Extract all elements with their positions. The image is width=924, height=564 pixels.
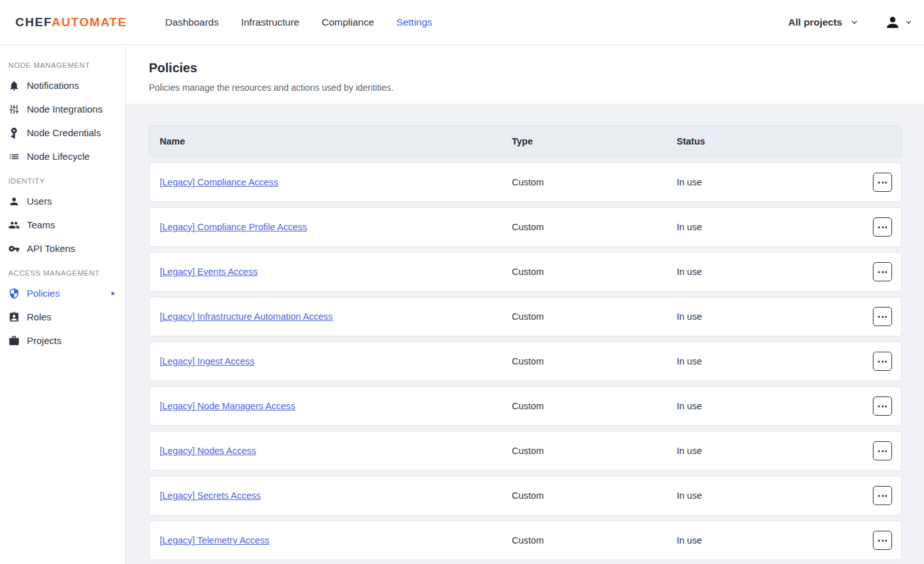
ellipsis-icon (878, 226, 880, 228)
row-menu-button[interactable] (873, 486, 892, 505)
row-menu-button[interactable] (873, 173, 892, 192)
policy-type-value: Custom (512, 222, 677, 232)
policy-type-value: Custom (512, 401, 677, 411)
ellipsis-icon (885, 495, 887, 497)
logo-chef-text: CHEF (15, 15, 52, 29)
sidebar-item-node-integrations[interactable]: Node Integrations (0, 97, 125, 121)
ellipsis-icon (882, 540, 884, 542)
chevron-down-icon (905, 19, 912, 26)
ellipsis-icon (882, 405, 884, 407)
table-row: [Legacy] Events AccessCustomIn use (149, 252, 902, 292)
column-header-status: Status (677, 136, 863, 146)
chevron-down-icon (850, 18, 859, 27)
key-vertical-icon (8, 127, 20, 139)
policy-status-value: In use (677, 356, 863, 366)
policy-type-value: Custom (512, 267, 677, 277)
policy-type-value: Custom (512, 311, 677, 322)
ellipsis-icon (885, 182, 887, 184)
row-menu-button[interactable] (873, 352, 892, 371)
ellipsis-icon (882, 495, 884, 497)
policy-name-link[interactable]: [Legacy] Nodes Access (160, 446, 256, 456)
sidebar-item-label: Users (27, 196, 52, 207)
sidebar-item-api-tokens[interactable]: API Tokens (0, 237, 125, 260)
ellipsis-icon (878, 316, 880, 318)
sidebar-item-policies[interactable]: Policies (0, 281, 125, 305)
sidebar-item-label: Node Lifecycle (27, 151, 89, 162)
policy-status-value: In use (677, 401, 863, 411)
policy-type-value: Custom (512, 356, 677, 366)
nav-link-settings[interactable]: Settings (396, 17, 432, 28)
user-menu-dropdown[interactable] (884, 14, 912, 31)
sidebar-section-title-access-management: ACCESS MANAGEMENT (0, 260, 125, 281)
column-header-name: Name (160, 136, 512, 146)
sidebar-item-label: Roles (27, 311, 51, 322)
ellipsis-icon (885, 450, 887, 452)
table-row: [Legacy] Secrets AccessCustomIn use (149, 476, 902, 515)
row-menu-button[interactable] (873, 531, 892, 550)
chef-automate-logo[interactable]: CHEFAUTOMATE (15, 15, 127, 29)
ellipsis-icon (885, 226, 887, 228)
row-menu-button[interactable] (873, 307, 892, 326)
ellipsis-icon (882, 182, 884, 184)
table-row: [Legacy] Nodes AccessCustomIn use (149, 431, 902, 471)
policy-name-link[interactable]: [Legacy] Telemetry Access (160, 535, 269, 545)
projects-filter-dropdown[interactable]: All projects (789, 17, 859, 28)
policy-name-link[interactable]: [Legacy] Infrastructure Automation Acces… (160, 311, 333, 322)
projects-filter-label: All projects (789, 17, 842, 28)
row-menu-button[interactable] (873, 262, 892, 281)
policy-name-link[interactable]: [Legacy] Ingest Access (160, 356, 254, 366)
sidebar-item-label: Node Integrations (27, 104, 102, 114)
sidebar-item-label: Policies (27, 288, 60, 299)
policy-type-value: Custom (512, 535, 677, 545)
caret-right-icon (110, 290, 116, 297)
policies-table-body: [Legacy] Compliance AccessCustomIn use[L… (149, 162, 902, 560)
ellipsis-icon (882, 271, 884, 273)
sidebar-item-roles[interactable]: Roles (0, 305, 125, 329)
nav-link-dashboards[interactable]: Dashboards (166, 17, 219, 28)
sidebar-item-label: Node Credentials (27, 127, 101, 138)
sidebar-item-node-credentials[interactable]: Node Credentials (0, 121, 125, 145)
policies-table-area: Name Type Status [Legacy] Compliance Acc… (126, 104, 924, 564)
ellipsis-icon (878, 495, 880, 497)
sidebar-item-users[interactable]: Users (0, 189, 125, 213)
sidebar-item-label: API Tokens (27, 243, 75, 254)
policy-status-value: In use (677, 535, 863, 545)
ellipsis-icon (878, 271, 880, 273)
policy-status-value: In use (677, 222, 863, 232)
nav-link-compliance[interactable]: Compliance (321, 17, 374, 28)
policy-type-value: Custom (512, 446, 677, 456)
row-menu-button[interactable] (873, 441, 892, 460)
policy-name-link[interactable]: [Legacy] Secrets Access (160, 490, 261, 501)
sidebar-item-teams[interactable]: Teams (0, 213, 125, 237)
sidebar-item-node-lifecycle[interactable]: Node Lifecycle (0, 145, 125, 168)
ellipsis-icon (885, 316, 887, 318)
policy-name-link[interactable]: [Legacy] Compliance Profile Access (160, 222, 307, 232)
sidebar-item-projects[interactable]: Projects (0, 329, 125, 352)
shield-icon (8, 288, 20, 299)
nav-link-infrastructure[interactable]: Infrastructure (241, 17, 299, 28)
policy-status-value: In use (677, 490, 863, 501)
topnav-right: All projects (789, 14, 912, 31)
policy-status-value: In use (677, 446, 863, 456)
row-menu-button[interactable] (873, 217, 892, 237)
table-row: [Legacy] Compliance Profile AccessCustom… (149, 207, 902, 247)
table-row: [Legacy] Telemetry AccessCustomIn use (149, 521, 902, 560)
ellipsis-icon (878, 405, 880, 407)
user-avatar-icon (884, 14, 901, 31)
row-menu-button[interactable] (873, 396, 892, 416)
policy-status-value: In use (677, 267, 863, 277)
top-navbar: CHEFAUTOMATE DashboardsInfrastructureCom… (0, 0, 924, 45)
policy-type-value: Custom (512, 177, 677, 187)
policy-type-value: Custom (512, 490, 677, 501)
table-row: [Legacy] Ingest AccessCustomIn use (149, 341, 902, 381)
policy-name-link[interactable]: [Legacy] Events Access (160, 267, 258, 277)
main-content: Policies Policies manage the resources a… (126, 45, 924, 564)
ellipsis-icon (882, 226, 884, 228)
ellipsis-icon (878, 182, 880, 184)
sidebar-item-notifications[interactable]: Notifications (0, 74, 125, 97)
settings-sidebar: NODE MANAGEMENTNotificationsNode Integra… (0, 45, 126, 564)
policy-name-link[interactable]: [Legacy] Node Managers Access (160, 401, 295, 411)
policy-name-link[interactable]: [Legacy] Compliance Access (160, 177, 278, 187)
list-icon (8, 151, 20, 162)
page-header: Policies Policies manage the resources a… (126, 45, 924, 104)
